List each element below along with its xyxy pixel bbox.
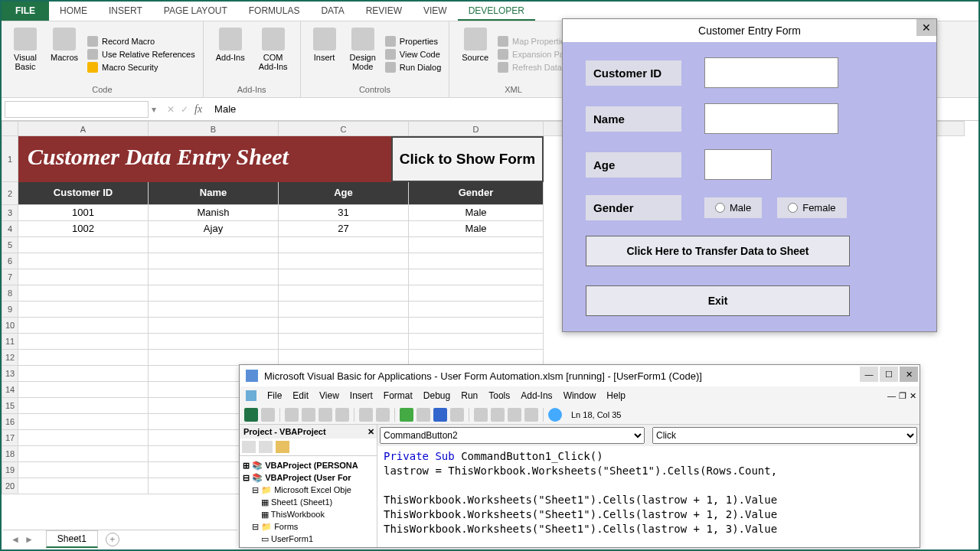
cancel-icon[interactable]: ✕: [167, 104, 175, 115]
cell[interactable]: [149, 318, 279, 334]
row-header[interactable]: 1: [2, 136, 18, 182]
tb-icon[interactable]: [261, 408, 275, 422]
tab-page-layout[interactable]: PAGE LAYOUT: [153, 2, 238, 21]
sheet-nav-next-icon[interactable]: ►: [24, 534, 34, 545]
show-form-button[interactable]: Click to Show Form: [391, 136, 544, 182]
tb-excel-icon[interactable]: [244, 408, 258, 422]
design-mode-button[interactable]: DesignMode: [345, 24, 381, 83]
run-dialog-button[interactable]: Run Dialog: [385, 62, 441, 73]
vba-maximize-button[interactable]: ☐: [880, 367, 898, 382]
vba-close-button[interactable]: ✕: [900, 367, 918, 382]
vba-menu-edit[interactable]: Edit: [292, 390, 309, 401]
relative-refs-button[interactable]: Use Relative References: [87, 49, 195, 60]
cell[interactable]: [149, 269, 279, 285]
cell[interactable]: [18, 446, 149, 462]
cell[interactable]: [18, 318, 149, 334]
mdi-close-icon[interactable]: ✕: [910, 391, 916, 401]
tab-view[interactable]: VIEW: [413, 2, 458, 21]
tb-icon[interactable]: [302, 408, 315, 422]
cell[interactable]: 1001: [18, 205, 149, 221]
cell[interactable]: [18, 334, 149, 350]
input-name[interactable]: [704, 103, 838, 134]
row-header[interactable]: 18: [2, 446, 18, 462]
cell[interactable]: [149, 302, 279, 318]
enter-icon[interactable]: ✓: [181, 104, 188, 115]
tb-help-icon[interactable]: [548, 408, 562, 422]
tab-review[interactable]: REVIEW: [355, 2, 413, 21]
row-header[interactable]: 14: [2, 382, 18, 398]
tb-icon[interactable]: [524, 408, 538, 422]
tb-icon[interactable]: [474, 408, 488, 422]
source-button[interactable]: Source: [457, 24, 493, 83]
cell[interactable]: Manish: [149, 205, 279, 221]
sheet-nav-prev-icon[interactable]: ◄: [11, 534, 20, 545]
row-header[interactable]: 11: [2, 334, 18, 350]
cell[interactable]: [149, 350, 279, 366]
vba-menu-help[interactable]: Help: [606, 390, 626, 401]
transfer-button[interactable]: Click Here to Transfer Data to Sheet: [586, 236, 850, 266]
cell[interactable]: 1002: [18, 221, 149, 237]
cell[interactable]: [18, 462, 149, 478]
col-header[interactable]: C: [279, 121, 409, 136]
macro-security-button[interactable]: Macro Security: [87, 62, 195, 73]
tb-icon[interactable]: [450, 408, 464, 422]
tree-node[interactable]: ▦ Sheet1 (Sheet1): [243, 496, 374, 508]
cell[interactable]: 31: [279, 205, 409, 221]
cell[interactable]: [409, 253, 544, 269]
tab-home[interactable]: HOME: [49, 2, 98, 21]
vba-menu-addins[interactable]: Add-Ins: [521, 390, 552, 401]
tab-formulas[interactable]: FORMULAS: [238, 2, 311, 21]
vba-menu-view[interactable]: View: [319, 390, 339, 401]
cell[interactable]: [149, 237, 279, 253]
col-header[interactable]: B: [149, 121, 279, 136]
vba-minimize-button[interactable]: —: [860, 367, 878, 382]
cell[interactable]: [279, 269, 409, 285]
cell[interactable]: [18, 430, 149, 446]
tab-developer[interactable]: DEVELOPER: [458, 2, 535, 21]
input-age[interactable]: [704, 149, 772, 180]
cell[interactable]: Male: [409, 221, 544, 237]
tree-node[interactable]: ⊟ 📁 Microsoft Excel Obje: [243, 484, 374, 496]
cell[interactable]: [18, 350, 149, 366]
col-header[interactable]: A: [18, 121, 149, 136]
vba-proc-combo[interactable]: Click: [652, 427, 917, 444]
vba-menu-tools[interactable]: Tools: [488, 390, 510, 401]
row-header[interactable]: 4: [2, 221, 18, 237]
input-customer-id[interactable]: [704, 57, 838, 88]
proj-view-icon[interactable]: [259, 441, 273, 453]
cell[interactable]: 27: [279, 221, 409, 237]
row-header[interactable]: 13: [2, 366, 18, 382]
tree-node[interactable]: ⊟ 📁 Forms: [243, 520, 374, 533]
tree-node[interactable]: ⊟ 📚 VBAProject (User For: [243, 471, 374, 484]
insert-control-button[interactable]: Insert: [309, 24, 341, 83]
row-header[interactable]: 2: [2, 182, 18, 205]
select-all-corner[interactable]: [2, 121, 18, 136]
row-header[interactable]: 19: [2, 462, 18, 478]
cell[interactable]: [409, 350, 544, 366]
tree-node[interactable]: ⊞ 📚 VBAProject (PERSONA: [243, 459, 374, 471]
view-code-button[interactable]: View Code: [385, 49, 441, 60]
cell[interactable]: [279, 318, 409, 334]
cell[interactable]: [18, 414, 149, 430]
tb-undo-icon[interactable]: [359, 408, 373, 422]
row-header[interactable]: 9: [2, 302, 18, 318]
cell[interactable]: [279, 334, 409, 350]
row-header[interactable]: 7: [2, 269, 18, 285]
cell[interactable]: [18, 302, 149, 318]
row-header[interactable]: 12: [2, 350, 18, 366]
tree-node[interactable]: ▭ UserForm1: [243, 533, 374, 545]
radio-female[interactable]: Female: [777, 197, 846, 218]
new-sheet-button[interactable]: +: [106, 533, 119, 546]
mdi-min-icon[interactable]: —: [887, 391, 896, 401]
fx-icon[interactable]: fx: [194, 103, 202, 116]
mdi-max-icon[interactable]: ❐: [899, 391, 906, 401]
tb-icon[interactable]: [318, 408, 332, 422]
vba-code-editor[interactable]: Private Sub CommandButton1_Click() lastr…: [377, 446, 920, 547]
cell[interactable]: [18, 237, 149, 253]
cell[interactable]: [18, 366, 149, 382]
cell[interactable]: [409, 334, 544, 350]
vba-object-combo[interactable]: CommandButton2: [380, 427, 645, 444]
com-addins-button[interactable]: COMAdd-Ins: [254, 24, 292, 83]
vba-menu-insert[interactable]: Insert: [350, 390, 373, 401]
cell[interactable]: [409, 237, 544, 253]
